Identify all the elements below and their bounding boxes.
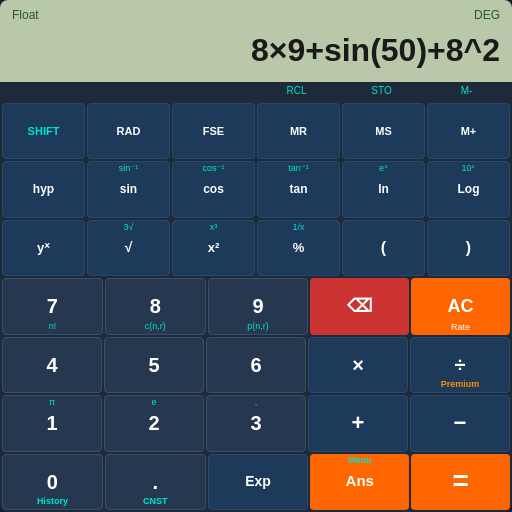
buttons-area: RCL STO M- SHIFT RAD FSE MR MS M+ hyp si…	[0, 82, 512, 512]
dot-button[interactable]: CNST .	[105, 454, 206, 510]
row-123: π 1 e 2 , 3 + −	[2, 395, 510, 451]
rcl-label: RCL	[255, 85, 338, 101]
row-trig: hyp sin⁻¹ sin cos⁻¹ cos tan⁻¹ tan eˣ ln …	[2, 161, 510, 217]
comma-label: ,	[255, 398, 258, 408]
10x-label: 10ˣ	[461, 164, 475, 174]
minus-button[interactable]: −	[410, 395, 510, 451]
ms-button[interactable]: MS	[342, 103, 425, 159]
percent-button[interactable]: 1/x %	[257, 220, 340, 276]
8-button[interactable]: c(n,r) 8	[105, 278, 206, 334]
ans-button[interactable]: Menu Ans	[310, 454, 409, 510]
pnr-label: p(n,r)	[247, 322, 269, 332]
float-label: Float	[12, 8, 39, 22]
mminus-label: M-	[425, 85, 508, 101]
ex-label: eˣ	[379, 164, 388, 174]
sto-label: STO	[340, 85, 423, 101]
row-456: 4 5 6 × Premium ÷	[2, 337, 510, 393]
cbrt-label: 3√	[124, 223, 134, 233]
sin-inv-label: sin⁻¹	[119, 164, 139, 174]
row-0: History 0 CNST . Exp Menu Ans =	[2, 454, 510, 510]
tan-button[interactable]: tan⁻¹ tan	[257, 161, 340, 217]
sqrt-button[interactable]: 3√ √	[87, 220, 170, 276]
log-button[interactable]: 10ˣ Log	[427, 161, 510, 217]
lparen-button[interactable]: (	[342, 220, 425, 276]
plus-button[interactable]: +	[308, 395, 408, 451]
backspace-button[interactable]: ⌫	[310, 278, 409, 334]
x3-label: x³	[210, 223, 218, 233]
5-button[interactable]: 5	[104, 337, 204, 393]
display-top-row: Float DEG	[12, 8, 500, 22]
deg-label: DEG	[474, 8, 500, 22]
premium-label: Premium	[441, 380, 480, 390]
pi-label: π	[49, 398, 55, 408]
rcl-sto-row: RCL STO M-	[2, 85, 510, 101]
mr-button[interactable]: MR	[257, 103, 340, 159]
rad-button[interactable]: RAD	[87, 103, 170, 159]
nfact-label: n!	[49, 322, 57, 332]
cos-button[interactable]: cos⁻¹ cos	[172, 161, 255, 217]
rparen-button[interactable]: )	[427, 220, 510, 276]
sin-button[interactable]: sin⁻¹ sin	[87, 161, 170, 217]
6-button[interactable]: 6	[206, 337, 306, 393]
4-button[interactable]: 4	[2, 337, 102, 393]
x2-button[interactable]: x³ x²	[172, 220, 255, 276]
ln-button[interactable]: eˣ ln	[342, 161, 425, 217]
hyp-button[interactable]: hyp	[2, 161, 85, 217]
display-area: Float DEG 8×9+sin(50)+8^2	[0, 0, 512, 82]
row-shift: SHIFT RAD FSE MR MS M+	[2, 103, 510, 159]
divide-button[interactable]: Premium ÷	[410, 337, 510, 393]
7-button[interactable]: n! 7	[2, 278, 103, 334]
3-button[interactable]: , 3	[206, 395, 306, 451]
2-button[interactable]: e 2	[104, 395, 204, 451]
exp-button[interactable]: Exp	[208, 454, 309, 510]
mplus-button[interactable]: M+	[427, 103, 510, 159]
display-expression: 8×9+sin(50)+8^2	[12, 24, 500, 76]
cnr-label: c(n,r)	[145, 322, 166, 332]
1-button[interactable]: π 1	[2, 395, 102, 451]
row-789: n! 7 c(n,r) 8 p(n,r) 9 ⌫ AC Rate	[2, 278, 510, 334]
history-label: History	[37, 497, 68, 507]
multiply-button[interactable]: ×	[308, 337, 408, 393]
rate-label: Rate	[451, 323, 470, 333]
fse-button[interactable]: FSE	[172, 103, 255, 159]
calculator: Float DEG 8×9+sin(50)+8^2 RCL STO M- SHI…	[0, 0, 512, 512]
cnst-label: CNST	[143, 497, 168, 507]
reciprocal-label: 1/x	[292, 223, 304, 233]
e-label: e	[151, 398, 156, 408]
0-button[interactable]: History 0	[2, 454, 103, 510]
yx-button[interactable]: yˣ	[2, 220, 85, 276]
equals-button[interactable]: =	[411, 454, 510, 510]
cos-inv-label: cos⁻¹	[202, 164, 224, 174]
ac-button[interactable]: AC Rate	[411, 278, 510, 334]
shift-button[interactable]: SHIFT	[2, 103, 85, 159]
9-button[interactable]: p(n,r) 9	[208, 278, 309, 334]
row-power: yˣ 3√ √ x³ x² 1/x % ( )	[2, 220, 510, 276]
tan-inv-label: tan⁻¹	[288, 164, 309, 174]
menu-label: Menu	[348, 456, 372, 466]
